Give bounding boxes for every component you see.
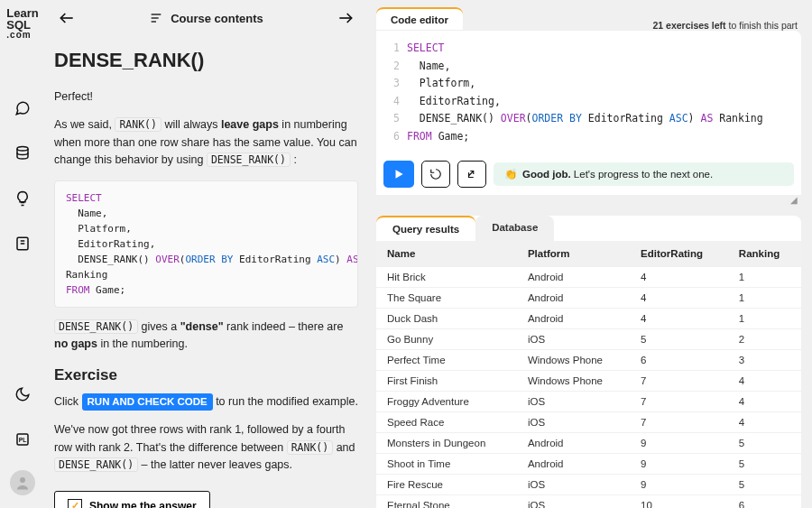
table-row: First FinishWindows Phone74 [376, 371, 801, 392]
table-row: Duck DashAndroid41 [376, 309, 801, 329]
chat-icon[interactable] [8, 94, 37, 123]
table-row: Perfect TimeWindows Phone63 [376, 350, 801, 371]
logo-sub: .com [6, 31, 38, 40]
svg-text:PL: PL [19, 437, 27, 443]
lesson-title: DENSE_RANK() [54, 49, 358, 72]
svg-line-13 [469, 171, 474, 176]
reset-button[interactable] [421, 161, 450, 188]
lesson-p1: As we said, RANK() will always leave gap… [54, 116, 358, 169]
language-icon[interactable]: PL [8, 425, 37, 454]
table-row: Froggy AdventureiOS74 [376, 392, 801, 412]
run-check-badge: RUN AND CHECK CODE [82, 393, 213, 411]
table-row: Speed RaceiOS74 [376, 412, 801, 433]
clap-icon: 👏 [504, 168, 517, 180]
table-row: Go BunnyiOS52 [376, 329, 801, 350]
database-icon[interactable] [8, 139, 37, 168]
exercise-p2: We've now got three rows with rank 1, fo… [54, 421, 358, 474]
left-rail: Learn SQL .com PL [0, 0, 45, 508]
progress-text: 21 exercises left to finish this part [652, 20, 798, 31]
feedback-banner: 👏 Good job. Let's progress to the next o… [494, 162, 794, 186]
share-button[interactable] [457, 161, 486, 188]
lesson-pane: Course contents DENSE_RANK() Perfect! As… [51, 7, 362, 508]
results-tabs: Query results Database [376, 216, 801, 241]
exercise-p1: Click RUN AND CHECK CODE to run the modi… [54, 393, 358, 411]
dense-rank-chip-2: DENSE_RANK() [54, 319, 138, 334]
results-table: NamePlatformEditorRatingRanking Hit Bric… [376, 241, 801, 508]
nav-back-icon[interactable] [58, 9, 76, 27]
editor-code[interactable]: SELECT Name, Platform, EditorRating, DEN… [407, 40, 763, 150]
col-header: Platform [517, 241, 630, 267]
course-contents-button[interactable]: Course contents [149, 11, 263, 25]
play-icon [392, 168, 405, 180]
lesson-perfect: Perfect! [54, 88, 358, 106]
check-icon: ✓ [68, 499, 82, 508]
hint-icon[interactable] [8, 184, 37, 213]
col-header: Ranking [728, 241, 801, 267]
nav-forward-icon[interactable] [337, 9, 355, 27]
rank-chip-2: RANK() [287, 440, 334, 455]
avatar[interactable] [10, 470, 35, 495]
theme-icon[interactable] [8, 380, 37, 409]
refresh-icon [429, 168, 442, 180]
list-icon [149, 11, 163, 25]
dense-rank-chip: DENSE_RANK() [207, 152, 291, 167]
table-row: Shoot in TimeAndroid95 [376, 454, 801, 475]
table-row: Monsters in DungeonAndroid95 [376, 433, 801, 454]
dense-rank-chip-3: DENSE_RANK() [54, 457, 138, 472]
table-row: Eternal StoneiOS106 [376, 495, 801, 509]
lesson-p2: DENSE_RANK() gives a "dense" rank indeed… [54, 319, 358, 354]
table-row: The SquareAndroid41 [376, 288, 801, 309]
svg-point-6 [20, 477, 25, 483]
editor-toolbar: 👏 Good job. Let's progress to the next o… [376, 153, 801, 195]
editor-tab[interactable]: Code editor [376, 7, 463, 31]
notes-icon[interactable] [8, 229, 37, 258]
exercise-heading: Exercise [54, 366, 358, 384]
rank-chip: RANK() [115, 117, 161, 132]
svg-marker-12 [396, 170, 403, 178]
arrow-out-icon [466, 168, 478, 180]
code-editor[interactable]: 1 2 3 4 5 6 SELECT Name, Platform, Edito… [376, 31, 801, 153]
table-row: Hit BrickAndroid41 [376, 267, 801, 288]
table-row: Fire RescueiOS95 [376, 475, 801, 495]
logo[interactable]: Learn SQL .com [6, 7, 38, 40]
editor-gutter: 1 2 3 4 5 6 [376, 40, 407, 150]
show-answer-label: Show me the answer [89, 500, 197, 508]
tab-database[interactable]: Database [475, 216, 554, 241]
svg-point-0 [17, 147, 28, 152]
resize-grip-icon[interactable]: ◢ [790, 195, 801, 207]
course-contents-label: Course contents [171, 12, 263, 25]
col-header: EditorRating [630, 241, 728, 267]
right-pane: Code editor 21 exercises left to finish … [376, 7, 801, 508]
lesson-example-code: SELECT Name, Platform, EditorRating, DEN… [54, 180, 358, 308]
run-button[interactable] [383, 161, 414, 188]
col-header: Name [376, 241, 517, 267]
tab-query-results[interactable]: Query results [376, 216, 475, 241]
show-answer-button[interactable]: ✓ Show me the answer [54, 491, 210, 508]
